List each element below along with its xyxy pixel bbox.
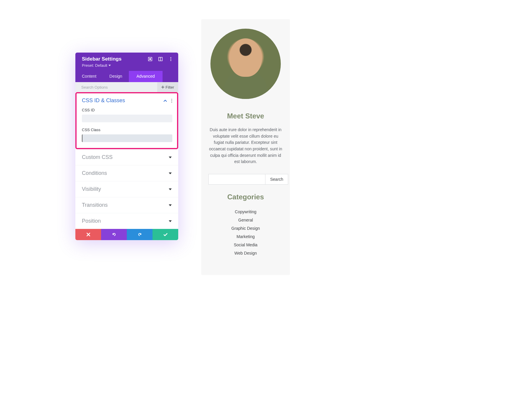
search-input[interactable] <box>208 174 265 185</box>
preview-heading: Meet Steve <box>208 112 283 120</box>
section-visibility[interactable]: Visibility <box>75 181 178 197</box>
categories-list: Copywriting General Graphic Design Marke… <box>208 208 283 257</box>
svg-point-9 <box>171 102 172 102</box>
panel-footer <box>75 229 178 240</box>
search-options-input[interactable]: Search Options <box>81 85 108 89</box>
section-title: Transitions <box>82 202 108 208</box>
panel-layout-icon[interactable] <box>158 57 163 61</box>
svg-point-6 <box>170 60 171 61</box>
section-transitions[interactable]: Transitions <box>75 197 178 213</box>
chevron-up-icon[interactable] <box>163 100 167 102</box>
redo-icon <box>138 232 142 237</box>
avatar <box>210 29 281 99</box>
chevron-down-icon <box>169 157 172 158</box>
input-css-class[interactable] <box>82 134 172 142</box>
panel-title: Sidebar Settings <box>82 56 121 62</box>
close-icon <box>87 233 90 236</box>
search-form: Search <box>208 174 283 185</box>
chevron-down-icon <box>169 172 172 174</box>
section-custom-css[interactable]: Custom CSS <box>75 149 178 165</box>
label-css-id: CSS ID <box>82 108 172 112</box>
undo-button[interactable] <box>101 229 127 240</box>
section-title: Custom CSS <box>82 154 113 160</box>
undo-icon <box>112 232 116 237</box>
expand-icon[interactable] <box>148 57 152 61</box>
tabs: Content Design Advanced <box>75 71 178 82</box>
section-title: Position <box>82 218 101 224</box>
redo-button[interactable] <box>127 229 153 240</box>
caret-down-icon <box>108 65 111 66</box>
category-link[interactable]: Marketing <box>208 232 283 241</box>
svg-point-4 <box>170 57 171 58</box>
category-link[interactable]: Graphic Design <box>208 224 283 232</box>
filter-label: Filter <box>166 85 174 89</box>
tab-design[interactable]: Design <box>103 71 129 82</box>
check-icon <box>163 233 168 236</box>
preset-label: Preset: Default <box>82 63 107 68</box>
kebab-menu-icon[interactable] <box>168 57 173 61</box>
section-conditions[interactable]: Conditions <box>75 165 178 181</box>
chevron-down-icon <box>169 188 172 190</box>
categories-heading: Categories <box>208 193 283 201</box>
save-button[interactable] <box>153 229 178 240</box>
category-link[interactable]: Social Media <box>208 241 283 249</box>
input-css-id[interactable] <box>82 115 172 122</box>
svg-point-5 <box>170 59 171 60</box>
preview-body: Duis aute irure dolor in reprehenderit i… <box>208 127 283 165</box>
search-button[interactable]: Search <box>265 174 288 185</box>
chevron-down-icon <box>169 204 172 206</box>
category-link[interactable]: General <box>208 216 283 224</box>
sidebar-settings-panel: Sidebar Settings Preset: Default Content… <box>75 53 178 240</box>
panel-header: Sidebar Settings Preset: Default <box>75 53 178 71</box>
tab-content[interactable]: Content <box>75 71 103 82</box>
section-kebab-icon[interactable] <box>171 99 172 103</box>
svg-point-7 <box>171 99 172 100</box>
cancel-button[interactable] <box>75 229 101 240</box>
tab-advanced[interactable]: Advanced <box>129 71 163 82</box>
search-options-row: Search Options Filter <box>75 82 178 92</box>
svg-rect-1 <box>150 58 151 60</box>
section-title-css-id-classes[interactable]: CSS ID & Classes <box>82 97 125 104</box>
category-link[interactable]: Web Design <box>208 249 283 257</box>
category-link[interactable]: Copywriting <box>208 208 283 216</box>
chevron-down-icon <box>169 220 172 222</box>
preview-sidebar: Meet Steve Duis aute irure dolor in repr… <box>201 19 290 275</box>
section-title: Visibility <box>82 186 101 192</box>
svg-point-8 <box>171 100 172 101</box>
filter-button[interactable]: Filter <box>157 82 178 92</box>
preset-selector[interactable]: Preset: Default <box>82 63 111 68</box>
section-title: Conditions <box>82 170 107 176</box>
plus-icon <box>161 86 164 89</box>
label-css-class: CSS Class <box>82 128 172 132</box>
css-id-classes-section: CSS ID & Classes CSS ID CSS Class <box>75 92 178 149</box>
section-position[interactable]: Position <box>75 213 178 229</box>
